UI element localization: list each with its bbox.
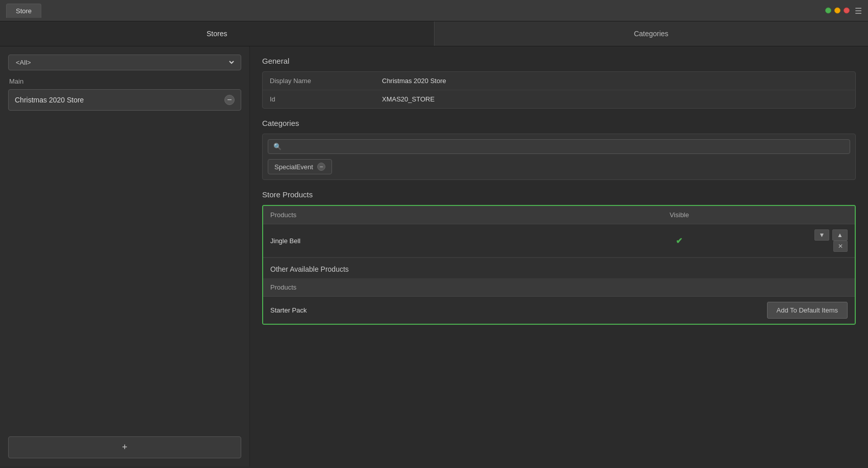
sidebar-filter-dropdown[interactable]: <All> <box>8 55 241 70</box>
other-products-section: Other Available Products Products Starte… <box>263 257 855 324</box>
products-table-header-row: Products Visible <box>263 206 855 224</box>
general-label-display-name: Display Name <box>270 77 382 85</box>
actions-col-header <box>794 206 855 224</box>
other-products-header-row: Products <box>263 278 855 297</box>
tab-stores[interactable]: Stores <box>0 21 435 46</box>
categories-section-title: Categories <box>262 119 856 127</box>
category-tag-label: SpecialEvent <box>274 163 313 171</box>
category-tag-special-event[interactable]: SpecialEvent − <box>268 159 332 174</box>
general-row-display-name: Display Name Christmas 2020 Store <box>263 72 855 90</box>
app-tab-label: Store <box>16 7 32 15</box>
traffic-light-red[interactable] <box>844 8 850 14</box>
categories-search-bar[interactable]: 🔍 <box>268 139 850 154</box>
category-tags-container: SpecialEvent − <box>268 159 850 174</box>
add-to-default-button[interactable]: Add To Default Items <box>767 302 848 319</box>
sidebar-group-label: Main <box>8 77 241 85</box>
other-product-btn-cell: Add To Default Items <box>743 297 855 324</box>
product-visible-cell: ✔ <box>565 224 794 257</box>
main-layout: <All> Main Christmas 2020 Store − + Gene… <box>0 46 868 466</box>
traffic-lights: ☰ <box>825 6 862 15</box>
general-value-id: XMAS20_STORE <box>382 95 848 103</box>
traffic-light-green[interactable] <box>825 8 831 14</box>
products-table: Products Visible Jingle Bell ✔ ▼ ▲ <box>263 206 855 257</box>
tab-categories[interactable]: Categories <box>435 21 869 46</box>
sidebar-item-label: Christmas 2020 Store <box>15 96 84 104</box>
category-tag-remove[interactable]: − <box>317 163 325 171</box>
other-products-col-header: Products <box>263 278 743 297</box>
traffic-light-yellow[interactable] <box>834 8 840 14</box>
move-down-button[interactable]: ▼ <box>814 229 830 241</box>
categories-search-input[interactable] <box>286 143 845 150</box>
other-products-action-col-header <box>743 278 855 297</box>
title-bar: Store ☰ <box>0 0 868 21</box>
sidebar-item-christmas-store[interactable]: Christmas 2020 Store − <box>8 89 241 111</box>
categories-box: 🔍 SpecialEvent − <box>262 134 856 180</box>
sidebar-filter-select[interactable]: <All> <box>14 58 236 67</box>
other-products-title: Other Available Products <box>263 258 855 278</box>
product-actions: ▼ ▲ ✕ <box>794 224 855 257</box>
general-row-id: Id XMAS20_STORE <box>263 90 855 108</box>
visible-checkmark: ✔ <box>676 237 682 245</box>
general-section-title: General <box>262 57 856 65</box>
content-area: General Display Name Christmas 2020 Stor… <box>250 46 868 466</box>
table-row: Starter Pack Add To Default Items <box>263 297 855 324</box>
sidebar-add-button[interactable]: + <box>8 436 241 458</box>
store-products-section-title: Store Products <box>262 190 856 199</box>
app-tab[interactable]: Store <box>6 4 41 18</box>
products-col-header: Products <box>263 206 565 224</box>
other-products-table: Products Starter Pack Add To Default Ite… <box>263 278 855 324</box>
tab-bar: Stores Categories <box>0 21 868 46</box>
remove-product-button[interactable]: ✕ <box>833 241 848 252</box>
general-value-display-name: Christmas 2020 Store <box>382 77 848 85</box>
search-icon: 🔍 <box>273 143 282 150</box>
visible-col-header: Visible <box>565 206 794 224</box>
general-label-id: Id <box>270 95 382 103</box>
sidebar-remove-button[interactable]: − <box>224 95 235 105</box>
product-name: Jingle Bell <box>263 224 565 257</box>
other-product-name: Starter Pack <box>263 297 743 324</box>
move-up-button[interactable]: ▲ <box>832 229 848 241</box>
store-products-container: Products Visible Jingle Bell ✔ ▼ ▲ <box>262 205 856 325</box>
sidebar: <All> Main Christmas 2020 Store − + <box>0 46 250 466</box>
table-row: Jingle Bell ✔ ▼ ▲ ✕ <box>263 224 855 257</box>
general-box: Display Name Christmas 2020 Store Id XMA… <box>262 71 856 109</box>
menu-icon[interactable]: ☰ <box>855 6 862 15</box>
